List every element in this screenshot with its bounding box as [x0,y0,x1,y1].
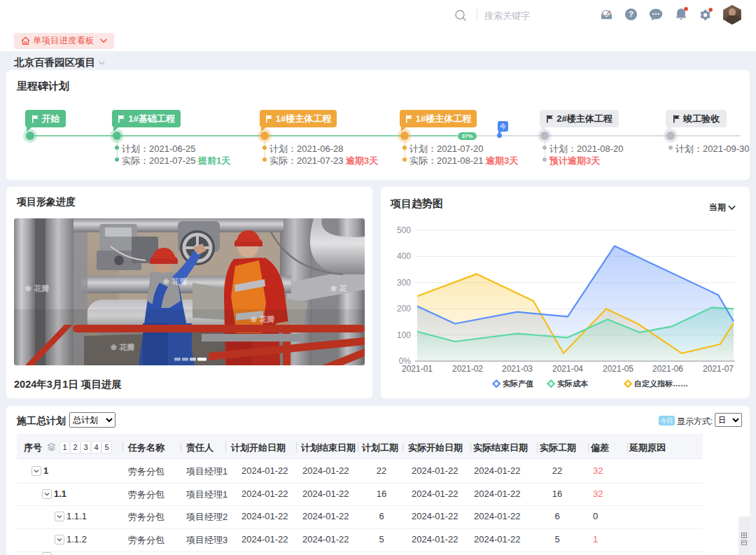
svg-text:实际成本: 实际成本 [557,379,589,388]
svg-text:2021-05: 2021-05 [603,364,634,374]
svg-text:?: ? [629,10,634,18]
svg-text:❀ 花瓣: ❀ 花瓣 [25,284,49,293]
svg-text:100: 100 [397,330,411,340]
svg-text:自定义指标……: 自定义指标…… [634,379,688,388]
svg-text:2021-01: 2021-01 [402,364,433,374]
svg-text:实际产值: 实际产值 [503,379,533,388]
svg-text:500: 500 [397,225,411,235]
svg-text:❀ 花瓣: ❀ 花瓣 [251,315,274,323]
svg-text:2021-07: 2021-07 [703,364,734,374]
svg-text:2021-06: 2021-06 [652,364,683,374]
svg-text:❀ 花: ❀ 花 [330,284,346,293]
svg-text:2021-03: 2021-03 [502,364,533,374]
svg-text:300: 300 [397,278,411,288]
svg-text:❀ 花瓣: ❀ 花瓣 [111,343,134,351]
svg-text:2021-02: 2021-02 [452,364,483,374]
svg-text:400: 400 [397,251,411,261]
svg-text:200: 200 [397,304,411,314]
svg-text:2021-04: 2021-04 [552,364,583,374]
svg-text:❀ 花瓣: ❀ 花瓣 [163,277,187,286]
